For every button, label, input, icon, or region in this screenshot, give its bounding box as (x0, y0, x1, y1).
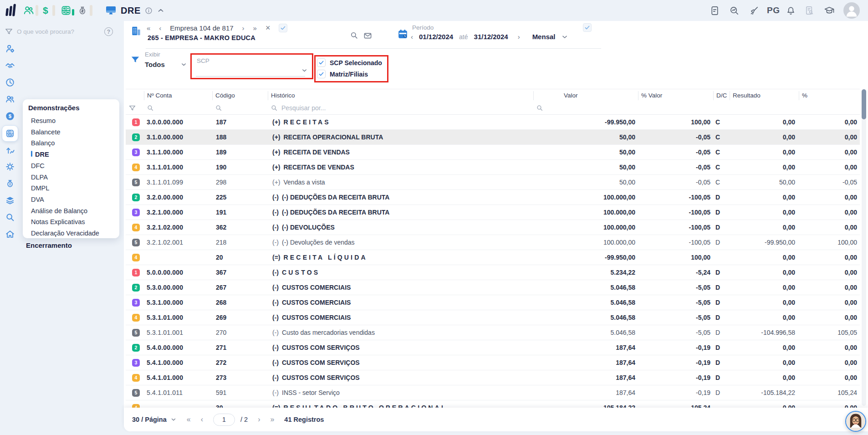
help-icon[interactable]: ? (104, 27, 113, 36)
sidebar-item-encerramento[interactable]: Encerramento (26, 241, 72, 249)
exibir-select[interactable]: Todos (145, 61, 187, 68)
table-row[interactable]: 2 5.3.0.00.000 267 (-)CUSTOS COMERCIAIS … (126, 280, 860, 295)
table-row[interactable]: 4 3.2.1.02.000 362 (-)(-) DEVOLUÇÕES 100… (126, 220, 860, 235)
home-icon[interactable] (5, 229, 15, 239)
table-row[interactable]: 5 5.4.1.01.011 591 (-)INSS - setor Servi… (126, 385, 860, 400)
company-clear-button[interactable]: × (266, 23, 271, 33)
table-row[interactable]: 2 3.1.0.00.000 188 (+)RECEITA OPERACIONA… (126, 130, 860, 145)
scp-selecionado-option[interactable]: SCP Selecionado (317, 57, 382, 68)
table-row[interactable]: 3 3.1.1.00.000 189 (+)RECEITA DE VENDAS … (126, 145, 860, 160)
sidebar-submenu-item[interactable]: DRE (31, 149, 119, 160)
calculator-rail-icon[interactable] (2, 125, 18, 142)
table-row[interactable]: 5 3.2.1.02.001 218 (-)(-) Devoluções de … (126, 235, 860, 250)
next-page-button[interactable]: › (258, 415, 260, 424)
company-search-icon[interactable] (350, 31, 358, 40)
sidebar-submenu-item[interactable]: Resumo (31, 115, 119, 127)
sidebar-submenu-item[interactable]: Balancete (31, 127, 119, 138)
table-row[interactable]: 4 20 (=)RECEITA LÍQUIDA -99.950,00 100,0… (126, 250, 860, 265)
period-checkbox[interactable] (583, 23, 592, 32)
col-header-conta[interactable]: Nº Conta (144, 91, 212, 100)
col-header-valor[interactable]: Valor (533, 91, 638, 100)
document-icon[interactable] (710, 0, 720, 21)
broom-icon[interactable] (749, 0, 759, 21)
table-row[interactable]: 4 30 (=)RESULTADO BRUTO OPERACIONAL -105… (126, 400, 860, 408)
clock-icon[interactable] (5, 77, 15, 87)
graduation-cap-icon[interactable] (823, 0, 835, 21)
table-row[interactable]: 1 5.0.0.00.000 367 (-)CUSTOS 5.234,22 -5… (126, 265, 860, 280)
sidebar-submenu-item[interactable]: DVA (31, 194, 119, 205)
table-row[interactable]: 2 3.2.0.00.000 225 (-)(-) DEDUÇÕES DA RE… (126, 190, 860, 205)
table-row[interactable]: 3 5.3.1.00.000 268 (-)CUSTOS COMERCIAIS … (126, 295, 860, 310)
col-header-dc[interactable]: D/C (713, 91, 730, 100)
user-avatar[interactable] (843, 0, 860, 21)
search-icon[interactable] (215, 104, 222, 112)
search-rail-icon[interactable] (5, 212, 15, 222)
pg-button[interactable]: PG (767, 0, 780, 21)
period-start-date[interactable]: 01/12/2024 (419, 33, 453, 41)
sidebar-submenu-item[interactable]: DMPL (31, 183, 119, 194)
matriz-filiais-checkbox[interactable] (317, 70, 326, 78)
table-row[interactable]: 4 5.4.1.01.000 273 (-)CUSTOS COM SERVIÇO… (126, 370, 860, 385)
dollar-circle-icon[interactable]: $ (5, 111, 15, 121)
search-icon[interactable] (147, 104, 154, 112)
scp-selecionado-checkbox[interactable] (317, 58, 326, 67)
mail-icon[interactable] (363, 31, 372, 40)
calculator-icon[interactable] (61, 0, 71, 21)
period-mode-chevron-down-icon[interactable] (561, 33, 568, 41)
last-page-button[interactable]: » (270, 415, 274, 424)
bell-icon[interactable] (786, 0, 796, 21)
page-size-select[interactable]: 30 / Página (132, 416, 177, 423)
scp-select[interactable]: SCP (193, 56, 311, 77)
layers-icon[interactable] (5, 195, 15, 205)
file-search-icon[interactable] (804, 0, 815, 21)
table-row[interactable]: 3 3.2.1.00.000 191 (-)(-) DEDUÇÕES DA RE… (126, 205, 860, 220)
col-header-resultado[interactable]: Resultado (730, 91, 799, 100)
col-header-pvalor[interactable]: % Valor (638, 91, 713, 100)
col-header-perc[interactable]: % (799, 91, 860, 100)
sidebar-submenu-item[interactable]: DFC (31, 160, 119, 172)
sidebar-search-input[interactable] (17, 28, 90, 35)
search-icon[interactable] (536, 104, 543, 112)
sidebar-submenu-item[interactable]: Notas Explicativas (31, 216, 119, 228)
gear-icon[interactable] (5, 162, 15, 172)
company-first-button[interactable]: « (147, 25, 150, 31)
table-row[interactable]: 4 5.3.1.01.000 269 (-)CUSTOS COMERCIAIS … (126, 310, 860, 325)
moneybag-icon[interactable] (77, 0, 88, 21)
page-number-input[interactable] (213, 414, 235, 426)
matriz-filiais-option[interactable]: Matriz/Filiais (317, 68, 382, 80)
table-row[interactable]: 2 5.4.0.00.000 271 (-)CUSTOS COM SERVIÇO… (126, 340, 860, 355)
table-row[interactable]: 5 5.3.1.01.001 270 (-)Custo das mercador… (126, 325, 860, 340)
table-row[interactable]: 5 3.1.1.01.099 298 (+)Vendas a vista 50,… (126, 175, 860, 190)
col-header-codigo[interactable]: Código (212, 91, 268, 100)
company-prev-button[interactable]: ‹ (159, 25, 161, 31)
period-next-button[interactable]: › (518, 33, 520, 40)
historico-search-input[interactable] (281, 104, 382, 112)
company-next-button[interactable]: › (242, 25, 245, 31)
table-filter-icon[interactable] (128, 104, 136, 112)
company-checkbox[interactable] (279, 24, 287, 32)
col-header-historico[interactable]: Histórico (268, 91, 533, 100)
sidebar-submenu-item[interactable]: DLPA (31, 172, 119, 183)
table-row[interactable]: 4 3.1.1.01.000 190 (+)RECEITAS DE VENDAS… (126, 160, 860, 175)
app-logo[interactable] (5, 0, 17, 21)
company-last-button[interactable]: » (253, 25, 257, 31)
person-gear-icon[interactable] (5, 44, 15, 54)
first-page-button[interactable]: « (187, 415, 191, 424)
collapse-chevron-up-icon[interactable] (157, 6, 165, 15)
period-mode-select[interactable]: Mensal (532, 33, 556, 41)
prev-page-button[interactable]: ‹ (201, 415, 203, 424)
chart-search-icon[interactable] (729, 0, 740, 21)
period-end-date[interactable]: 31/12/2024 (474, 33, 508, 41)
people-icon[interactable] (23, 0, 35, 21)
people-group-icon[interactable] (5, 94, 15, 104)
handshake-icon[interactable] (5, 61, 15, 71)
sidebar-submenu-item[interactable]: Balanço (31, 138, 119, 149)
support-chat-avatar[interactable] (845, 411, 866, 432)
submenu-title[interactable]: Demonstrações (28, 104, 119, 112)
sidebar-submenu-item[interactable]: Análise de Balanço (31, 205, 119, 217)
sidebar-submenu-item[interactable]: Declaração Veracidade (31, 228, 119, 239)
table-row[interactable]: 3 5.4.1.00.000 272 (-)CUSTOS COM SERVIÇO… (126, 355, 860, 370)
person-growth-icon[interactable] (5, 145, 15, 155)
scrollbar-thumb[interactable] (862, 89, 866, 119)
moneybag-rail-icon[interactable] (5, 179, 15, 189)
